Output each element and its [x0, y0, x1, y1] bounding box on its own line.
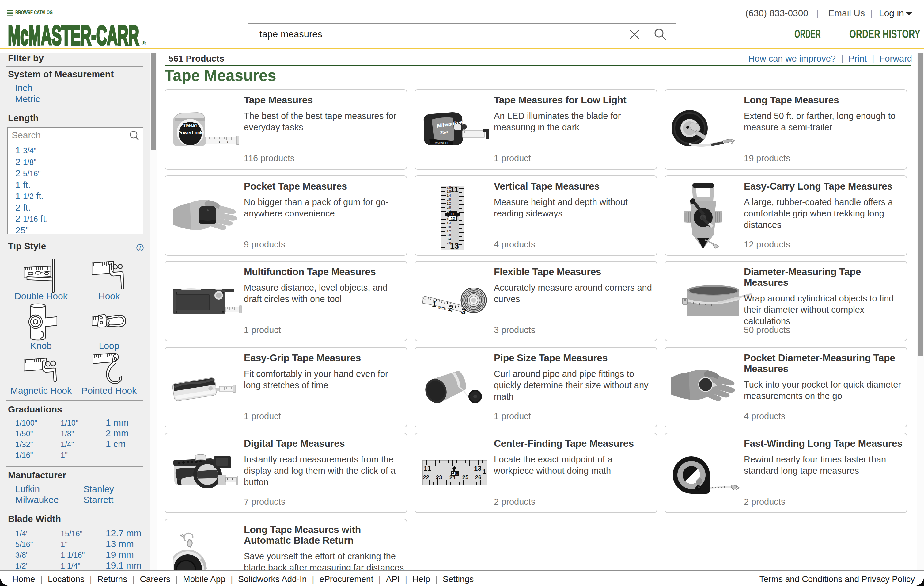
svg-text:1F: 1F — [450, 212, 455, 216]
svg-text:MAGNETIC: MAGNETIC — [435, 141, 449, 144]
svg-text:22: 22 — [423, 474, 429, 480]
svg-text:1/2: 1/2 — [447, 230, 451, 233]
svg-text:1/4: 1/4 — [447, 194, 451, 197]
svg-text:13: 13 — [450, 241, 459, 250]
svg-text:PowerLock: PowerLock — [178, 130, 203, 135]
svg-text:26: 26 — [475, 474, 481, 480]
svg-text:1ft.: 1ft. — [452, 471, 458, 476]
svg-text:13: 13 — [474, 465, 481, 472]
svg-text:12: 12 — [450, 217, 455, 221]
svg-text:i: i — [139, 245, 141, 250]
svg-text:1/4: 1/4 — [447, 222, 451, 225]
svg-text:3/8: 3/8 — [447, 226, 451, 229]
svg-text:11: 11 — [450, 185, 459, 194]
svg-text:23: 23 — [436, 474, 442, 480]
svg-text:6: 6 — [227, 140, 228, 143]
svg-text:3/8: 3/8 — [447, 198, 451, 201]
svg-text:1/2: 1/2 — [447, 202, 451, 205]
svg-text:5: 5 — [219, 140, 220, 143]
svg-text:5/8: 5/8 — [447, 206, 451, 209]
svg-text:STANLEY: STANLEY — [183, 124, 197, 127]
svg-text:3/4: 3/4 — [447, 238, 451, 241]
svg-text:5/8: 5/8 — [447, 233, 451, 237]
svg-text:25: 25 — [462, 474, 469, 480]
svg-text:ORDER: ORDER — [794, 28, 821, 40]
svg-text:1: 1 — [427, 465, 431, 472]
svg-text:1: 1 — [424, 465, 427, 472]
svg-text:1: 1 — [482, 468, 486, 475]
svg-text:ORDER HISTORY: ORDER HISTORY — [849, 28, 920, 40]
